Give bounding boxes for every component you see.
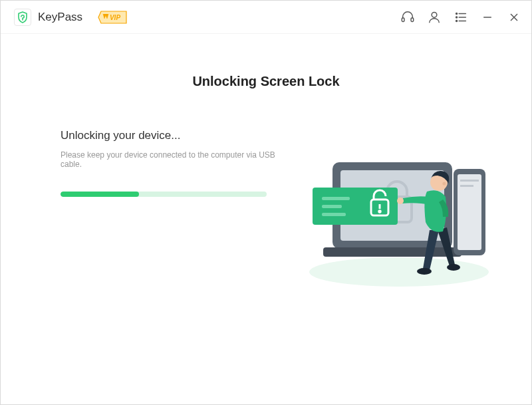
window-controls bbox=[400, 9, 522, 25]
app-logo-icon bbox=[14, 9, 31, 26]
illustration bbox=[293, 129, 505, 289]
body-row: Unlocking your device... Please keep you… bbox=[27, 129, 505, 289]
unlock-illustration-icon bbox=[299, 136, 499, 289]
svg-point-8 bbox=[456, 20, 458, 21]
app-name: KeyPass bbox=[38, 11, 82, 24]
svg-point-30 bbox=[417, 268, 432, 275]
svg-point-28 bbox=[379, 211, 380, 212]
vip-badge-icon[interactable]: VIP bbox=[97, 10, 128, 25]
svg-point-3 bbox=[432, 12, 437, 17]
status-text: Unlocking your device... bbox=[61, 129, 280, 142]
svg-point-29 bbox=[447, 264, 460, 271]
app-window: KeyPass VIP bbox=[0, 0, 532, 405]
svg-point-13 bbox=[309, 257, 489, 287]
svg-rect-16 bbox=[323, 247, 462, 257]
menu-icon[interactable] bbox=[453, 9, 469, 25]
close-button[interactable] bbox=[506, 9, 522, 25]
svg-point-6 bbox=[456, 17, 458, 18]
svg-rect-24 bbox=[322, 205, 342, 208]
svg-rect-20 bbox=[460, 180, 479, 182]
svg-rect-23 bbox=[322, 197, 350, 200]
svg-point-31 bbox=[397, 198, 404, 204]
page-title: Unlocking Screen Lock bbox=[27, 74, 505, 89]
svg-rect-25 bbox=[322, 213, 346, 216]
svg-text:VIP: VIP bbox=[110, 14, 120, 21]
svg-point-33 bbox=[442, 182, 446, 185]
minimize-button[interactable] bbox=[479, 9, 495, 25]
account-icon[interactable] bbox=[426, 9, 442, 25]
hint-text: Please keep your device connected to the… bbox=[61, 150, 280, 169]
status-panel: Unlocking your device... Please keep you… bbox=[27, 129, 280, 197]
svg-point-4 bbox=[456, 13, 458, 14]
progress-fill bbox=[61, 192, 139, 197]
progress-bar bbox=[61, 192, 267, 197]
content-area: Unlocking Screen Lock Unlocking your dev… bbox=[1, 34, 531, 404]
brand: KeyPass VIP bbox=[14, 9, 128, 26]
titlebar: KeyPass VIP bbox=[1, 1, 531, 34]
support-icon[interactable] bbox=[400, 9, 416, 25]
svg-rect-21 bbox=[460, 185, 473, 187]
